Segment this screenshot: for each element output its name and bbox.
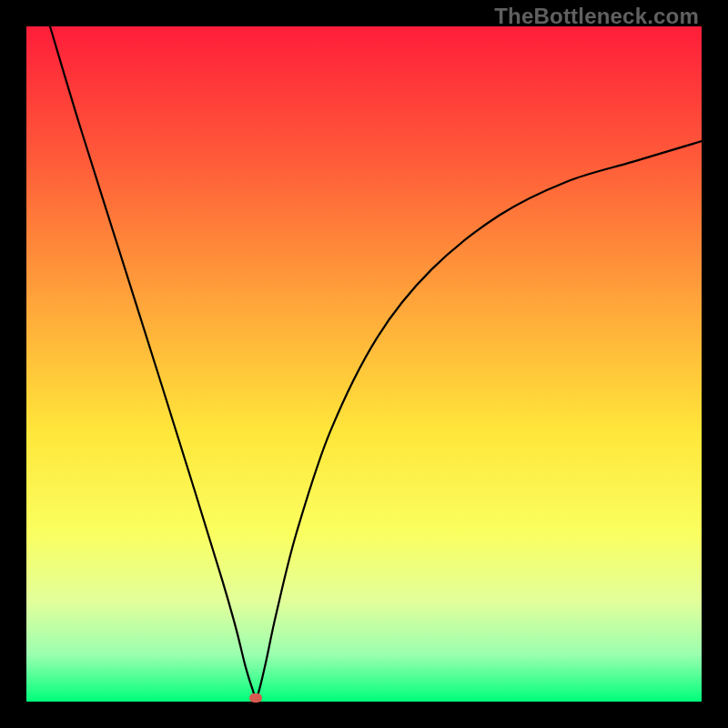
watermark-text: TheBottleneck.com (494, 4, 699, 29)
curve-layer (26, 26, 702, 702)
plot-area (26, 26, 702, 702)
bottleneck-curve (50, 26, 702, 698)
data-marker (249, 693, 262, 703)
